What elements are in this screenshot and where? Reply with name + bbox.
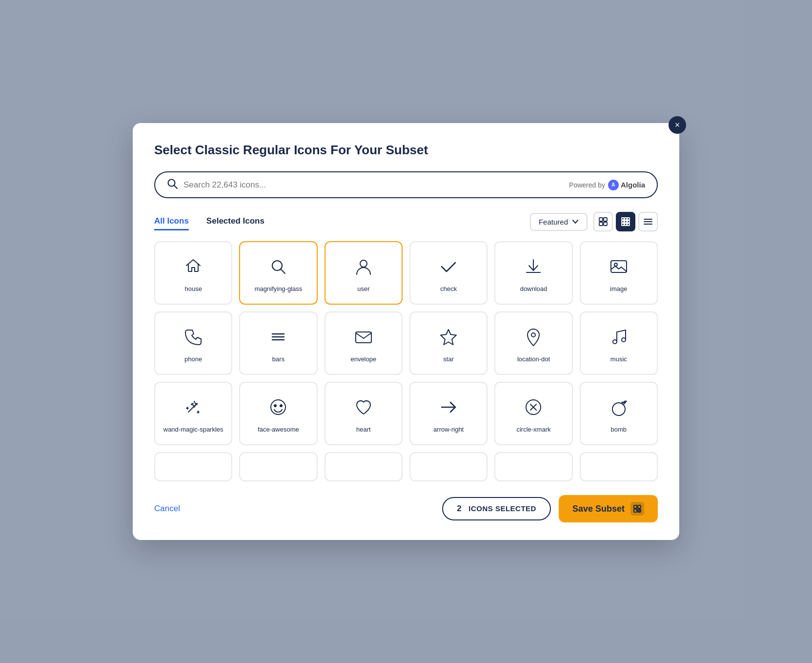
selected-count-button[interactable]: 2 ICONS SELECTED	[442, 497, 551, 520]
search-input[interactable]	[183, 180, 563, 190]
face-awesome-icon	[268, 397, 288, 419]
tab-selected-icons[interactable]: Selected Icons	[206, 213, 264, 230]
icon-label-star: star	[443, 355, 454, 363]
heart-icon	[354, 397, 373, 419]
search-icon	[167, 178, 178, 191]
view-small-grid-button[interactable]	[616, 212, 635, 231]
svg-rect-12	[622, 224, 624, 226]
svg-rect-13	[625, 224, 627, 226]
icon-card-partial-4[interactable]	[409, 452, 487, 481]
envelope-icon	[354, 327, 373, 349]
icon-label-heart: heart	[356, 426, 371, 433]
footer-right: 2 ICONS SELECTED Save Subset	[442, 495, 658, 522]
icon-card-star[interactable]: star	[409, 311, 487, 375]
svg-rect-46	[634, 505, 637, 508]
save-label: Save Subset	[572, 504, 625, 514]
svg-point-37	[274, 405, 276, 407]
svg-point-30	[622, 338, 626, 342]
svg-rect-9	[622, 221, 624, 223]
svg-marker-27	[441, 330, 456, 345]
icon-card-wand-magic-sparkles[interactable]: wand-magic-sparkles	[154, 382, 232, 445]
icon-card-envelope[interactable]: envelope	[325, 311, 403, 375]
icon-card-circle-xmark[interactable]: circle-xmark	[494, 382, 572, 445]
wand-magic-sparkles-icon	[183, 397, 203, 419]
tabs-left: All Icons Selected Icons	[154, 213, 282, 230]
svg-rect-11	[628, 221, 630, 223]
filter-label: Featured	[539, 218, 568, 226]
icon-label-face-awesome: face-awesome	[258, 426, 299, 433]
icon-label-download: download	[520, 285, 548, 292]
modal-backdrop: × Select Classic Regular Icons For Your …	[0, 0, 812, 663]
icon-card-user[interactable]: user	[325, 241, 403, 305]
svg-rect-14	[628, 224, 630, 226]
list-icon	[644, 217, 652, 226]
close-button[interactable]: ×	[669, 116, 686, 134]
svg-line-1	[174, 186, 177, 188]
large-grid-icon	[599, 217, 608, 226]
icon-card-phone[interactable]: phone	[154, 311, 232, 375]
icon-card-music[interactable]: music	[580, 311, 658, 375]
icon-label-circle-xmark: circle-xmark	[516, 426, 550, 433]
star-icon	[439, 327, 458, 349]
cancel-button[interactable]: Cancel	[154, 500, 180, 518]
view-mode-buttons	[593, 212, 658, 231]
svg-point-43	[612, 403, 625, 415]
algolia-logo: A Algolia	[608, 180, 645, 190]
icon-card-house[interactable]: house	[154, 241, 232, 305]
svg-rect-7	[625, 218, 627, 220]
icon-label-envelope: envelope	[350, 355, 376, 363]
phone-icon	[183, 327, 203, 349]
svg-rect-47	[638, 505, 641, 508]
icon-label-music: music	[610, 355, 627, 363]
icon-card-face-awesome[interactable]: face-awesome	[239, 382, 317, 445]
icon-card-partial-3[interactable]	[325, 452, 403, 481]
chevron-down-icon	[572, 218, 579, 225]
icon-label-phone: phone	[184, 355, 202, 363]
icon-card-bomb[interactable]: bomb	[580, 382, 658, 445]
view-list-button[interactable]	[638, 212, 658, 231]
icon-label-bars: bars	[272, 355, 284, 363]
icon-card-arrow-right[interactable]: arrow-right	[409, 382, 487, 445]
save-subset-button[interactable]: Save Subset	[559, 495, 658, 522]
svg-point-28	[531, 333, 535, 337]
svg-rect-4	[599, 222, 603, 226]
view-large-grid-button[interactable]	[593, 212, 613, 231]
download-icon	[524, 257, 543, 278]
icon-card-check[interactable]: check	[409, 241, 487, 305]
icon-card-partial-2[interactable]	[239, 452, 317, 481]
svg-point-38	[280, 405, 282, 407]
icon-card-image[interactable]: image	[580, 241, 658, 305]
icon-label-location-dot: location-dot	[517, 355, 550, 363]
svg-point-20	[360, 260, 367, 267]
tab-all-icons[interactable]: All Icons	[154, 213, 189, 230]
selected-label: ICONS SELECTED	[468, 504, 536, 513]
selected-count: 2	[457, 504, 462, 513]
tabs-right: Featured	[530, 212, 658, 231]
svg-rect-48	[634, 509, 637, 512]
svg-rect-10	[625, 221, 627, 223]
check-icon	[439, 257, 458, 278]
icon-label-house: house	[184, 285, 202, 292]
user-icon	[354, 257, 373, 278]
icon-card-partial-1[interactable]	[154, 452, 232, 481]
icon-card-magnifying-glass[interactable]: magnifying-glass	[239, 241, 317, 305]
arrow-right-icon	[439, 397, 458, 419]
filter-dropdown[interactable]: Featured	[530, 213, 588, 231]
image-icon	[609, 257, 629, 278]
save-icon	[630, 502, 644, 516]
icon-card-download[interactable]: download	[494, 241, 572, 305]
icon-card-partial-5[interactable]	[494, 452, 572, 481]
icons-grid: housemagnifying-glassusercheckdownloadim…	[154, 241, 658, 445]
icon-label-arrow-right: arrow-right	[433, 426, 464, 433]
location-dot-icon	[524, 327, 543, 349]
svg-point-29	[613, 340, 617, 344]
icon-card-heart[interactable]: heart	[325, 382, 403, 445]
icon-label-user: user	[357, 285, 369, 292]
svg-rect-2	[599, 218, 603, 221]
small-grid-icon	[621, 217, 630, 226]
icon-card-partial-6[interactable]	[580, 452, 658, 481]
svg-point-18	[272, 261, 282, 270]
icon-card-bars[interactable]: bars	[239, 311, 317, 375]
icon-card-location-dot[interactable]: location-dot	[494, 311, 572, 375]
icon-label-image: image	[610, 285, 627, 292]
